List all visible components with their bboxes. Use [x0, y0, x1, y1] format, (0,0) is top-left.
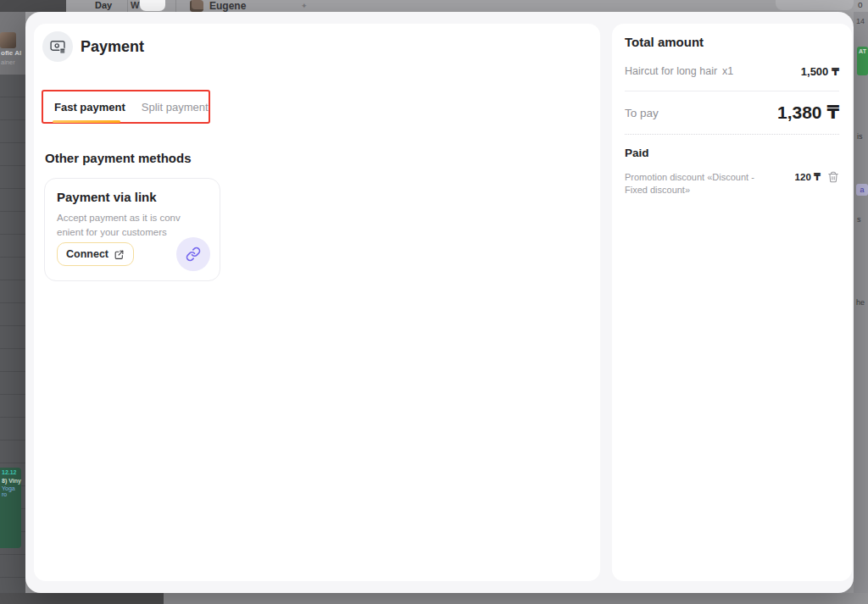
calendar-header-strip: Day W Eugene ✦ o [0, 0, 868, 12]
delete-paid-item-button[interactable] [827, 171, 839, 183]
tab-split-payment[interactable]: Split payment [142, 101, 209, 114]
calendar-event-fragment[interactable]: 12.12 8) Viny Yoga ro [0, 468, 21, 548]
other-payment-methods-heading: Other payment methods [45, 151, 192, 165]
to-pay-amount: 1,380 ₸ [777, 103, 839, 123]
description-line: enient for your customers [57, 227, 167, 237]
view-toggle-week[interactable]: W [131, 0, 139, 10]
payment-link-badge[interactable] [176, 237, 210, 271]
link-card-actions: Connect [57, 237, 210, 271]
service-name: Haircut for long hair [625, 65, 717, 77]
summary-panel: Total amount Haircut for long hairx1 1,5… [612, 24, 852, 581]
paid-heading: Paid [625, 147, 839, 159]
staff-role-fragment: ainer [1, 58, 15, 66]
tab-fast-payment[interactable]: Fast payment [54, 101, 125, 114]
background-text-fragment: s [857, 215, 861, 224]
description-line: Accept payment as it is conv [57, 213, 181, 223]
background-text-fragment: 14 [856, 17, 865, 25]
star-icon[interactable]: ✦ [301, 1, 308, 11]
external-link-icon [114, 249, 125, 260]
sidebar-bottom-fragment [0, 593, 164, 604]
modal-title: Payment [81, 38, 144, 56]
paid-item-amount: 120 ₸ [795, 171, 821, 183]
view-toggle-week-pill[interactable] [140, 0, 165, 11]
payment-panel: Payment Fast payment Split payment Other… [34, 24, 600, 581]
paid-item-name: Promotion discount «Discount - Fixed dis… [625, 171, 771, 197]
divider [625, 91, 839, 91]
link-card-title: Payment via link [57, 190, 208, 204]
payment-icon-circle [42, 31, 73, 62]
divider [175, 0, 176, 12]
trash-icon [827, 171, 839, 183]
divider [127, 0, 128, 12]
background-text-fragment: o [858, 0, 863, 9]
side-panel-edge: 14 AT is a s he [854, 12, 868, 593]
view-toggle-day[interactable]: Day [95, 0, 112, 10]
avatar [0, 32, 16, 48]
annotation-highlight-box: Fast payment Split payment [42, 90, 210, 124]
payment-via-link-card: Payment via link Accept payment as it is… [44, 178, 220, 281]
background-card-fragment [776, 0, 854, 10]
paid-item-actions: 120 ₸ [795, 171, 839, 183]
dotted-divider [625, 134, 839, 135]
line-item-row: Haircut for long hairx1 1,500 ₸ [625, 65, 839, 78]
sidebar-corner [0, 0, 66, 12]
line-item-amount: 1,500 ₸ [801, 65, 839, 78]
link-icon [186, 247, 201, 262]
event-room: Yoga ro [2, 485, 21, 497]
service-qty: x1 [722, 65, 733, 77]
payment-modal: Payment Fast payment Split payment Other… [25, 12, 854, 593]
background-text-fragment: he [856, 298, 865, 307]
link-card-description: Accept payment as it is conv enient for … [57, 211, 208, 241]
background-text-fragment: is [857, 132, 863, 141]
staff-column-header[interactable]: Eugene [209, 0, 246, 12]
calendar-left-edge: ofie Al ainer 12.12 8) Viny Yoga ro [0, 12, 25, 593]
staff-name-fragment: ofie Al [1, 49, 21, 57]
app-bottom-strip [0, 593, 868, 604]
total-amount-heading: Total amount [625, 35, 839, 49]
line-item-name: Haircut for long hairx1 [625, 65, 733, 77]
status-badge-fragment: AT [857, 47, 868, 75]
link-chip-fragment: a [856, 184, 868, 196]
avatar [190, 0, 203, 12]
connect-button[interactable]: Connect [57, 242, 134, 266]
to-pay-label: To pay [625, 107, 659, 119]
payment-icon [49, 38, 66, 55]
paid-item-row: Promotion discount «Discount - Fixed dis… [625, 171, 839, 197]
to-pay-row: To pay 1,380 ₸ [625, 103, 839, 123]
active-tab-underline [53, 120, 120, 123]
event-title: 8) Viny [2, 478, 21, 484]
connect-button-label: Connect [66, 248, 108, 260]
event-time: 12.12 [2, 469, 21, 475]
